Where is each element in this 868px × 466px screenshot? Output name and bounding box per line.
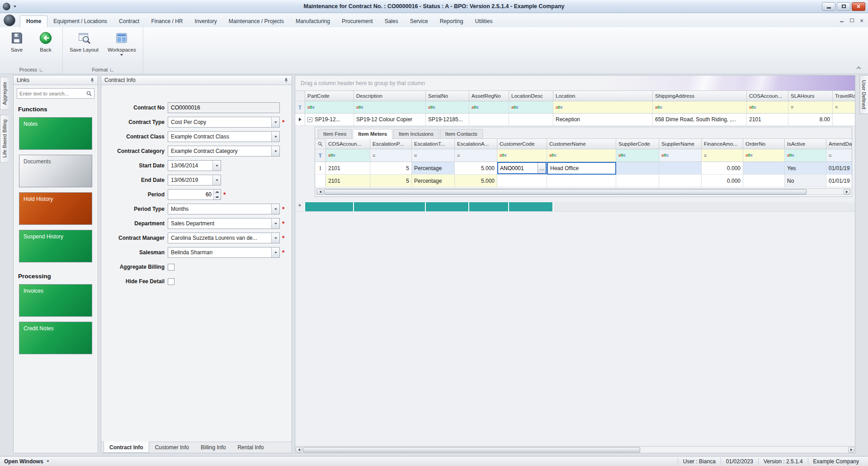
ribbon-tab-maintenance-projects[interactable]: Maintenance / Projects [223,16,290,27]
aggregate-billing-checkbox[interactable] [168,264,175,271]
workspaces-button[interactable]: Workspaces [104,29,139,57]
maximize-button[interactable] [837,2,850,11]
cell-orderno[interactable] [743,162,785,175]
ribbon-tab-utilities[interactable]: Utilities [469,16,499,27]
dialog-launcher-icon[interactable] [40,68,43,71]
ribbon-tab-sales[interactable]: Sales [379,16,404,27]
tab-rental-info[interactable]: Rental Info [231,442,269,453]
start-date-picker[interactable]: 13/06/2014 [168,160,221,171]
dropdown-arrow-icon[interactable] [271,117,279,127]
app-icon[interactable] [3,3,10,10]
ribbon-tab-inventory[interactable]: Inventory [189,16,222,27]
cell-serialno[interactable]: SP19-12185... [426,114,469,126]
cell-suppliercode[interactable] [616,175,659,187]
dropdown-arrow-icon[interactable] [271,146,279,156]
cell-assetregno[interactable] [469,114,509,126]
cell-suppliername[interactable] [659,162,702,175]
filter-cell-cosaccount[interactable] [326,149,370,162]
close-button[interactable] [852,2,865,11]
cell-escalationamount[interactable]: 5.000 [455,162,497,175]
cell-partcode[interactable]: SP19-12... [305,114,354,126]
filter-cell-location[interactable] [553,101,653,114]
scrollbar-track[interactable] [303,447,847,452]
column-header-cosaccount[interactable]: COSAccoun... [326,139,370,149]
minimize-button[interactable] [822,2,835,11]
cell-suppliercode[interactable] [616,162,659,175]
ribbon-collapse-button[interactable] [857,66,862,70]
contract-category-dropdown[interactable]: Example Contract Category [168,146,280,157]
mdi-close-button[interactable] [858,17,865,24]
column-header-suppliername[interactable]: SupplierName [659,139,702,149]
filter-cell-description[interactable] [354,101,426,114]
suspend-history-button[interactable]: Suspend History [19,230,92,262]
cell-amenddate[interactable]: 01/01/19 [826,162,852,175]
scrollbar-thumb[interactable] [324,189,807,195]
links-search-input[interactable] [19,91,86,96]
contract-class-dropdown[interactable]: Example Contract Class [168,131,280,142]
tab-customer-info[interactable]: Customer Info [149,442,195,453]
scrollbar-thumb[interactable] [303,447,640,452]
mdi-restore-button[interactable] [848,17,855,24]
ribbon-tab-equipment-locations[interactable]: Equipment / Locations [47,16,113,27]
filter-cell-orderno[interactable] [743,149,785,162]
cell-isactive[interactable]: No [785,175,826,187]
column-header-escalationtype[interactable]: EscalationT... [412,139,455,149]
save-layout-button[interactable]: Save Layout [66,29,102,54]
new-cell-assetregno[interactable] [469,202,509,212]
tab-item-fees[interactable]: Item Fees [318,129,352,138]
dropdown-arrow-icon[interactable] [271,204,279,214]
cell-slahours[interactable]: 8.00 [788,114,833,126]
column-header-assetregno[interactable]: AssetRegNo [469,91,509,101]
hide-fee-detail-checkbox[interactable] [168,278,175,285]
contract-type-dropdown[interactable]: Cost Per Copy [168,117,280,128]
period-type-dropdown[interactable]: Months [168,204,280,214]
grid-horizontal-scrollbar[interactable] [295,446,855,453]
column-header-serialno[interactable]: SerialNo [426,91,469,101]
spin-up-button[interactable] [214,190,221,195]
search-icon[interactable] [86,91,92,96]
column-header-suppliercode[interactable]: SupplierCode [616,139,659,149]
tab-life-based-billing[interactable]: Life Based Billing [0,114,9,162]
credit-notes-button[interactable]: Credit Notes [19,322,92,354]
period-spinner[interactable] [168,189,221,200]
back-button[interactable]: Back [33,29,59,54]
dialog-launcher-icon[interactable] [110,68,113,71]
open-windows-button[interactable]: Open Windows [4,458,50,465]
column-header-cosaccount[interactable]: COSAccoun... [747,91,788,101]
salesman-dropdown[interactable]: Belinda Sharman [168,247,280,258]
column-header-amenddate[interactable]: AmendDa... [826,139,852,149]
column-header-customercode[interactable]: CustomerCode [497,139,547,149]
column-header-customername[interactable]: CustomerName [547,139,616,149]
tab-user-defined[interactable]: User Defined [859,75,868,114]
scroll-right-arrow[interactable] [848,447,854,452]
filter-cell-escalationamount[interactable]: = [455,149,497,162]
ribbon-tab-home[interactable]: Home [20,15,47,27]
pin-icon[interactable] [284,78,288,83]
column-header-escalationperiod[interactable]: EscalationP... [370,139,412,149]
ribbon-tab-service[interactable]: Service [404,16,434,27]
ribbon-tab-manufacturing[interactable]: Manufacturing [290,16,336,27]
column-header-shippingaddress[interactable]: ShippingAddress [653,91,747,101]
column-header-location[interactable]: Location [553,91,653,101]
mdi-minimize-button[interactable] [838,17,845,24]
filter-cell-shippingaddress[interactable] [653,101,747,114]
ribbon-tab-reporting[interactable]: Reporting [434,16,469,27]
column-header-financeamount[interactable]: FinanceAmo... [702,139,743,149]
column-header-isactive[interactable]: IsActive [785,139,826,149]
filter-cell-financeamount[interactable]: = [702,149,743,162]
ribbon-tab-contract[interactable]: Contract [113,16,145,27]
invoices-button[interactable]: Invoices [19,284,92,317]
column-header-partcode[interactable]: PartCode [305,91,354,101]
lookup-ellipsis-button[interactable]: … [538,163,546,173]
ribbon-tab-procurement[interactable]: Procurement [336,16,379,27]
tab-aggregate[interactable]: Aggregate [0,77,9,110]
detail-horizontal-scrollbar[interactable] [316,188,851,195]
filter-cell-suppliername[interactable] [659,149,702,162]
cell-financeamount[interactable]: 0.000 [702,175,743,187]
filter-cell-customercode[interactable] [497,149,547,162]
cell-cosaccount[interactable]: 2101 [326,162,370,175]
tab-item-meters[interactable]: Item Meters [353,129,392,139]
cell-escalationperiod[interactable]: 5 [370,175,412,187]
scroll-left-arrow[interactable] [317,189,323,195]
dropdown-arrow-icon[interactable] [271,219,279,228]
